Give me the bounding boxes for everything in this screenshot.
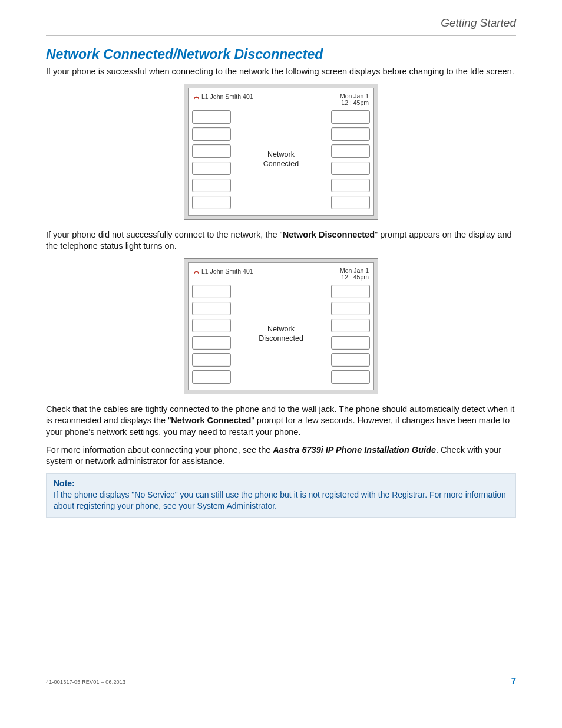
- phone-status-line1: Network: [263, 150, 299, 160]
- footer-docid: 41-001317-05 REV01 – 06.2013: [46, 679, 125, 685]
- phone-screen: L1 John Smith 401 Mon Jan 1 12 : 45pm: [188, 88, 374, 216]
- softkey[interactable]: [192, 144, 231, 158]
- softkey[interactable]: [331, 319, 370, 332]
- softkey[interactable]: [331, 196, 370, 209]
- page-content: Getting Started Network Connected/Networ…: [0, 0, 562, 518]
- softkey[interactable]: [192, 196, 231, 209]
- note-label: Note:: [54, 479, 508, 488]
- phone-line-text: L1 John Smith 401: [201, 268, 253, 275]
- softkey-column-left: [192, 110, 231, 209]
- note-callout: Note: If the phone displays "No Service"…: [46, 473, 516, 518]
- figure-phone-disconnected: L1 John Smith 401 Mon Jan 1 12 : 45pm: [46, 258, 516, 394]
- softkey[interactable]: [192, 370, 231, 384]
- softkey[interactable]: [331, 144, 370, 158]
- footer-page-number: 7: [511, 676, 516, 686]
- softkey-column-right: [331, 285, 370, 384]
- softkey[interactable]: [331, 162, 370, 175]
- section-heading: Network Connected/Network Disconnected: [46, 47, 516, 62]
- phone-clock: Mon Jan 1 12 : 45pm: [340, 268, 369, 281]
- softkey[interactable]: [331, 353, 370, 367]
- softkey[interactable]: [192, 302, 231, 315]
- phone-time: 12 : 45pm: [340, 274, 369, 281]
- phone-screen: L1 John Smith 401 Mon Jan 1 12 : 45pm: [188, 262, 374, 390]
- page-footer: 41-001317-05 REV01 – 06.2013 7: [46, 676, 516, 686]
- softkey-column-left: [192, 285, 231, 384]
- phone-body: Network Disconnected: [192, 285, 370, 384]
- softkey[interactable]: [331, 336, 370, 350]
- softkey[interactable]: [192, 336, 231, 350]
- softkey[interactable]: [192, 285, 231, 298]
- softkey[interactable]: [331, 179, 370, 192]
- softkey-column-right: [331, 110, 370, 209]
- paragraph-more-info: For more information about connecting yo…: [46, 444, 516, 467]
- phone-time: 12 : 45pm: [340, 100, 369, 107]
- phone-statusbar: L1 John Smith 401 Mon Jan 1 12 : 45pm: [192, 266, 370, 285]
- para4-bold-italic: Aastra 6739i IP Phone Installation Guide: [273, 445, 436, 454]
- phone-status-line2: Disconnected: [259, 334, 303, 344]
- phone-line-label: L1 John Smith 401: [193, 93, 253, 100]
- phone-clock: Mon Jan 1 12 : 45pm: [340, 93, 369, 107]
- softkey[interactable]: [192, 179, 231, 192]
- header-rule: [46, 35, 516, 36]
- para3-bold: Network Connected: [171, 416, 251, 425]
- phone-status-line2: Connected: [263, 160, 299, 169]
- para4-part-a: For more information about connecting yo…: [46, 445, 273, 454]
- softkey[interactable]: [331, 285, 370, 298]
- softkey[interactable]: [192, 110, 231, 124]
- para2-bold: Network Disconnected: [283, 230, 375, 239]
- phone-status-text: Network Disconnected: [234, 285, 328, 384]
- softkey[interactable]: [331, 127, 370, 141]
- para2-part-a: If your phone did not successfully conne…: [46, 230, 283, 239]
- phone-body: Network Connected: [192, 110, 370, 209]
- phone-statusbar: L1 John Smith 401 Mon Jan 1 12 : 45pm: [192, 92, 370, 110]
- note-text: If the phone displays "No Service" you c…: [54, 489, 508, 512]
- softkey[interactable]: [331, 370, 370, 384]
- paragraph-intro: If your phone is successful when connect…: [46, 66, 516, 78]
- softkey[interactable]: [192, 162, 231, 175]
- softkey[interactable]: [192, 127, 231, 141]
- phone-status-line1: Network: [259, 325, 303, 334]
- softkey[interactable]: [331, 110, 370, 124]
- paragraph-disconnected: If your phone did not successfully conne…: [46, 229, 516, 252]
- phone-handset-icon: [193, 94, 200, 99]
- phone-frame: L1 John Smith 401 Mon Jan 1 12 : 45pm: [184, 258, 378, 394]
- paragraph-check-cables: Check that the cables are tightly connec…: [46, 404, 516, 439]
- phone-status-text: Network Connected: [234, 110, 328, 209]
- softkey[interactable]: [331, 302, 370, 315]
- softkey[interactable]: [192, 319, 231, 332]
- phone-frame: L1 John Smith 401 Mon Jan 1 12 : 45pm: [184, 84, 378, 220]
- figure-phone-connected: L1 John Smith 401 Mon Jan 1 12 : 45pm: [46, 84, 516, 220]
- phone-line-text: L1 John Smith 401: [201, 93, 253, 100]
- running-header: Getting Started: [46, 17, 516, 35]
- phone-handset-icon: [193, 269, 200, 274]
- phone-line-label: L1 John Smith 401: [193, 268, 253, 275]
- softkey[interactable]: [192, 353, 231, 367]
